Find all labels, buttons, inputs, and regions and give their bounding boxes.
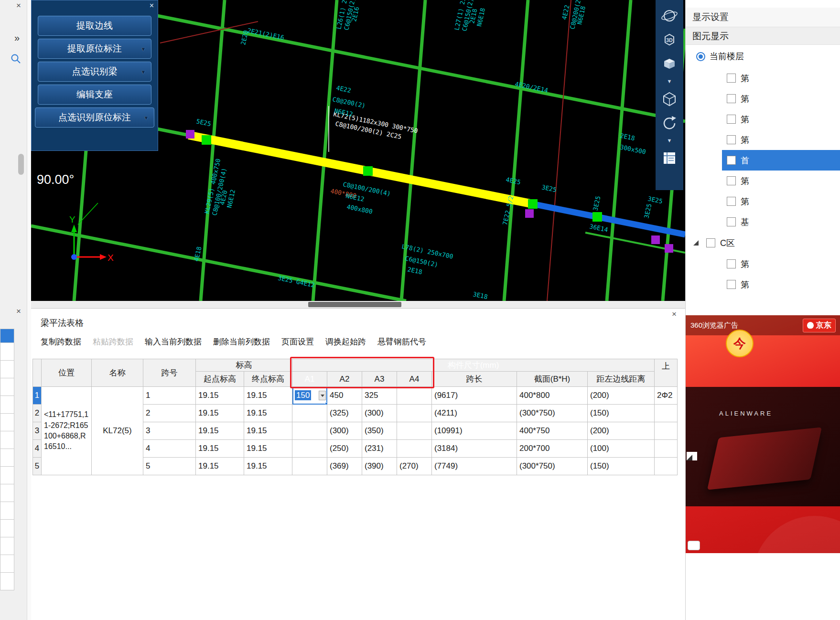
table-cell[interactable]: (390) bbox=[362, 458, 397, 475]
element-display-header[interactable]: 图元显示 bbox=[686, 27, 840, 45]
table-cell[interactable]: (4211) bbox=[432, 405, 517, 422]
table-cell[interactable]: 19.15 bbox=[196, 458, 244, 475]
dropdown-arrow-icon[interactable]: ▼ bbox=[659, 77, 679, 85]
active-cell-a1[interactable]: 150 bbox=[292, 387, 327, 405]
horizontal-scrollbar[interactable] bbox=[31, 301, 685, 308]
checkbox[interactable] bbox=[727, 217, 736, 226]
mini-grid-cell[interactable] bbox=[0, 537, 14, 555]
table-cell[interactable]: (100) bbox=[588, 440, 655, 458]
mini-grid-cell[interactable] bbox=[0, 555, 14, 573]
tool-button-4[interactable]: 编辑支座 bbox=[38, 85, 151, 105]
table-cell[interactable] bbox=[655, 405, 678, 422]
column-header[interactable] bbox=[33, 359, 42, 387]
column-header[interactable]: 终点标高 bbox=[244, 372, 292, 387]
close-icon[interactable]: × bbox=[150, 1, 154, 10]
floor-item[interactable]: 第 bbox=[686, 129, 840, 150]
current-floor-radio-row[interactable]: 当前楼层 bbox=[686, 45, 840, 68]
dropdown-arrow-icon[interactable]: ▼ bbox=[140, 69, 146, 75]
table-cell[interactable]: 3 bbox=[143, 422, 196, 440]
row-number[interactable]: 4 bbox=[33, 440, 42, 458]
table-cell[interactable]: (150) bbox=[588, 458, 655, 475]
search-icon[interactable] bbox=[11, 53, 21, 66]
table-cell[interactable]: 450 bbox=[327, 387, 362, 405]
table-cell[interactable]: 19.15 bbox=[244, 387, 292, 405]
table-cell[interactable]: (300*750) bbox=[517, 405, 588, 422]
table-cell[interactable]: KL72(5) bbox=[92, 387, 143, 475]
selected-beam-blue[interactable] bbox=[533, 204, 685, 235]
mini-grid-cell[interactable] bbox=[0, 573, 14, 590]
mini-grid-cell[interactable] bbox=[0, 502, 14, 520]
toolbar-item[interactable]: 删除当前列数据 bbox=[213, 336, 270, 347]
table-cell[interactable]: 2Φ2 bbox=[655, 387, 678, 405]
checkbox[interactable] bbox=[727, 74, 736, 83]
beam-data-table[interactable]: 位置名称跨号标高构件尺寸(mm)上起点标高终点标高A1A2A3A4跨长截面(B*… bbox=[32, 359, 678, 475]
table-cell[interactable]: (7749) bbox=[432, 458, 517, 475]
table-cell[interactable]: 19.15 bbox=[244, 422, 292, 440]
table-cell[interactable] bbox=[292, 422, 327, 440]
table-cell[interactable]: 4 bbox=[143, 440, 196, 458]
checkbox[interactable] bbox=[727, 156, 736, 165]
floor-item[interactable]: 第 bbox=[686, 254, 840, 274]
close-icon[interactable]: × bbox=[16, 1, 21, 11]
column-header[interactable]: 跨长 bbox=[432, 372, 517, 387]
mini-grid-cell[interactable] bbox=[0, 378, 14, 396]
table-cell[interactable] bbox=[655, 422, 678, 440]
cube-icon[interactable] bbox=[659, 89, 679, 109]
toolbar-item[interactable]: 复制跨数据 bbox=[41, 336, 81, 347]
mini-grid-cell[interactable] bbox=[0, 361, 14, 378]
floor-item[interactable]: 第 bbox=[686, 191, 840, 212]
floor-item[interactable]: 第 bbox=[686, 171, 840, 191]
tool-button-2[interactable]: 提取原位标注▼ bbox=[38, 39, 151, 59]
table-cell[interactable] bbox=[397, 422, 432, 440]
column-header[interactable]: A3 bbox=[362, 372, 397, 387]
column-header[interactable]: 构件尺寸(mm) bbox=[292, 359, 655, 372]
checkbox[interactable] bbox=[727, 197, 736, 206]
view-3d-icon[interactable]: 3D bbox=[659, 30, 679, 50]
checkbox[interactable] bbox=[727, 176, 736, 185]
panel-resize-handle[interactable] bbox=[687, 452, 697, 460]
column-header[interactable]: A4 bbox=[397, 372, 432, 387]
dropdown-arrow-icon[interactable]: ▼ bbox=[143, 115, 149, 121]
ad-collapse-button[interactable] bbox=[688, 541, 700, 550]
table-cell[interactable] bbox=[397, 387, 432, 405]
column-header[interactable]: 名称 bbox=[92, 359, 143, 387]
table-cell[interactable]: (200) bbox=[588, 387, 655, 405]
scrollbar-handle[interactable] bbox=[18, 154, 24, 175]
toolbar-item[interactable]: 页面设置 bbox=[281, 336, 314, 347]
column-header[interactable]: 上 bbox=[655, 359, 678, 387]
mini-grid-cell[interactable] bbox=[0, 329, 14, 343]
column-header[interactable]: 距左边线距离 bbox=[588, 372, 655, 387]
checkbox[interactable] bbox=[706, 238, 715, 247]
row-number[interactable]: 1 bbox=[33, 387, 42, 405]
column-header[interactable]: 位置 bbox=[42, 359, 92, 387]
table-cell[interactable]: (9617) bbox=[432, 387, 517, 405]
dropdown-arrow-icon[interactable]: ▼ bbox=[140, 46, 146, 53]
toolbar-item[interactable]: 悬臂钢筋代号 bbox=[377, 336, 426, 347]
column-header[interactable]: 起点标高 bbox=[196, 372, 244, 387]
table-cell[interactable]: <11+17751,11-2672;R165100+6868,R16510... bbox=[42, 387, 92, 475]
mini-grid-cell[interactable] bbox=[0, 520, 14, 537]
table-cell[interactable]: (369) bbox=[327, 458, 362, 475]
scrollbar-thumb[interactable] bbox=[308, 302, 401, 307]
table-cell[interactable]: (300*750) bbox=[517, 458, 588, 475]
mini-grid-cell[interactable] bbox=[0, 449, 14, 467]
table-cell[interactable]: (10991) bbox=[432, 422, 517, 440]
table-cell[interactable]: 19.15 bbox=[196, 387, 244, 405]
table-cell[interactable]: 5 bbox=[143, 458, 196, 475]
table-cell[interactable] bbox=[397, 440, 432, 458]
floor-item[interactable]: 第 bbox=[686, 274, 840, 295]
orbit-icon[interactable] bbox=[659, 6, 679, 26]
table-cell[interactable] bbox=[655, 458, 678, 475]
row-number[interactable]: 3 bbox=[33, 422, 42, 440]
checkbox[interactable] bbox=[727, 94, 736, 103]
table-view-icon[interactable] bbox=[659, 148, 679, 168]
row-number[interactable]: 5 bbox=[33, 458, 42, 475]
tool-button-5[interactable]: 点选识别原位标注▼ bbox=[35, 107, 154, 128]
tree-expander-icon[interactable] bbox=[693, 240, 699, 246]
column-header[interactable]: 截面(B*H) bbox=[517, 372, 588, 387]
table-cell[interactable]: (300) bbox=[362, 405, 397, 422]
table-cell[interactable]: 19.15 bbox=[196, 440, 244, 458]
floor-item[interactable]: 第 bbox=[686, 109, 840, 129]
table-cell[interactable]: 1 bbox=[143, 387, 196, 405]
mini-grid-cell[interactable] bbox=[0, 396, 14, 414]
